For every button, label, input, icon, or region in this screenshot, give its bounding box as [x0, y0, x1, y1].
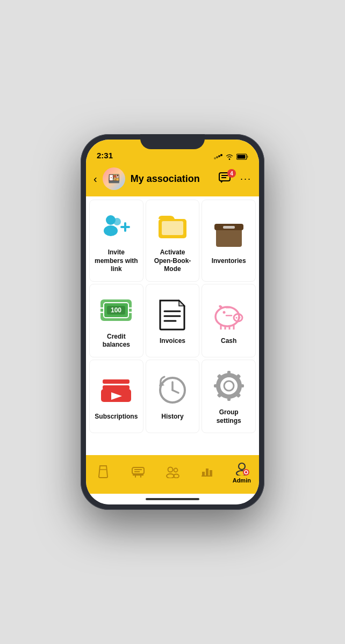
- open-book-icon: [156, 211, 189, 241]
- svg-point-34: [239, 317, 240, 318]
- phone-notch: [140, 134, 205, 149]
- more-button[interactable]: ···: [240, 173, 251, 185]
- nav-admin-label: Admin: [233, 477, 251, 484]
- nav-item-stats[interactable]: [190, 465, 224, 480]
- svg-point-0: [214, 157, 216, 159]
- signal-icon: [214, 154, 222, 159]
- history-icon: [157, 375, 188, 406]
- wifi-icon: [225, 153, 234, 160]
- main-content: Invite members with link: [86, 196, 259, 455]
- svg-point-31: [215, 307, 239, 326]
- svg-rect-17: [216, 228, 242, 247]
- grid-item-credit-balances[interactable]: 100 Credit balances: [89, 284, 143, 357]
- bottom-nav: Admin: [86, 455, 259, 494]
- nav-item-food[interactable]: [120, 465, 155, 480]
- credit-balances-icon-area: 100: [99, 293, 133, 327]
- svg-rect-51: [227, 371, 231, 376]
- group-settings-icon-area: [212, 369, 246, 403]
- food-icon: [131, 465, 145, 478]
- grid-item-invite-members[interactable]: Invite members with link: [89, 200, 143, 282]
- svg-point-68: [167, 474, 174, 478]
- battery-icon: [236, 153, 248, 160]
- nav-item-drinks[interactable]: [86, 465, 120, 480]
- svg-rect-53: [214, 384, 219, 387]
- phone-frame: 2:31: [81, 134, 264, 510]
- svg-point-67: [168, 467, 173, 472]
- drinks-icon: [97, 465, 110, 479]
- grid-item-history[interactable]: History: [146, 360, 200, 433]
- history-icon-area: [155, 373, 190, 407]
- svg-point-69: [174, 468, 178, 472]
- invoices-icon-area: [155, 297, 190, 332]
- svg-rect-52: [227, 396, 231, 401]
- header-actions: 4 ···: [219, 172, 251, 185]
- home-bar: [146, 498, 199, 500]
- admin-icon-wrapper: [234, 462, 249, 475]
- svg-text:100: 100: [111, 306, 121, 314]
- grid-item-invoices[interactable]: Invoices: [146, 284, 200, 357]
- grid-item-inventories[interactable]: Inventories: [202, 200, 256, 282]
- invoices-label: Invoices: [160, 337, 185, 346]
- grid-item-cash[interactable]: Cash: [202, 284, 256, 357]
- svg-line-48: [172, 390, 178, 393]
- invite-members-icon: [100, 213, 132, 239]
- cash-icon-area: [212, 297, 246, 332]
- cash-label: Cash: [221, 337, 236, 346]
- svg-point-35: [222, 311, 225, 313]
- subscriptions-label: Subscriptions: [95, 413, 138, 421]
- svg-rect-72: [202, 472, 205, 476]
- page-title: My association: [131, 173, 213, 185]
- svg-point-1: [216, 156, 218, 158]
- cash-icon: [212, 299, 246, 330]
- inventories-label: Inventories: [212, 257, 246, 266]
- back-button[interactable]: ‹: [94, 173, 97, 185]
- avatar-image: 🍱: [103, 167, 125, 190]
- feature-grid: Invite members with link: [89, 200, 256, 433]
- chat-badge: 4: [227, 169, 236, 178]
- nav-item-members[interactable]: [155, 465, 190, 480]
- svg-rect-42: [103, 379, 130, 384]
- grid-item-group-settings[interactable]: Group settings: [202, 360, 256, 433]
- svg-point-3: [220, 154, 222, 156]
- svg-rect-6: [247, 156, 248, 158]
- stats-icon: [200, 465, 214, 478]
- grid-item-subscriptions[interactable]: Subscriptions: [89, 360, 143, 433]
- admin-badge-icon: [244, 470, 248, 474]
- admin-badge: [243, 469, 249, 475]
- invoices-icon: [157, 298, 187, 331]
- inventories-icon: [213, 219, 245, 249]
- inventories-icon-area: [212, 217, 246, 252]
- svg-rect-54: [239, 384, 244, 387]
- svg-point-77: [245, 471, 248, 474]
- phone-screen: 2:31: [86, 140, 259, 504]
- chat-button[interactable]: 4: [219, 172, 233, 185]
- svg-point-12: [113, 218, 121, 225]
- svg-rect-5: [238, 155, 246, 159]
- invite-members-icon-area: [99, 209, 133, 243]
- home-indicator: [86, 494, 259, 504]
- group-settings-icon: [213, 370, 245, 402]
- svg-rect-16: [162, 221, 183, 235]
- svg-rect-43: [103, 385, 130, 390]
- svg-point-75: [239, 463, 245, 470]
- svg-rect-19: [223, 226, 235, 229]
- svg-rect-62: [132, 467, 144, 474]
- members-icon: [165, 465, 180, 478]
- history-label: History: [161, 413, 183, 421]
- open-book-label: Activate Open-Book-Mode: [150, 248, 195, 274]
- group-settings-label: Group settings: [206, 408, 251, 425]
- credit-balances-label: Credit balances: [94, 333, 139, 349]
- status-time: 2:31: [97, 151, 113, 160]
- svg-rect-73: [206, 469, 209, 476]
- status-icons: [214, 153, 248, 160]
- svg-point-11: [104, 225, 118, 236]
- grid-item-open-book[interactable]: Activate Open-Book-Mode: [146, 200, 200, 282]
- svg-point-2: [218, 155, 220, 157]
- avatar: 🍱: [103, 167, 125, 190]
- credit-balances-icon: 100: [99, 296, 133, 324]
- open-book-icon-area: [155, 209, 190, 243]
- invite-members-label: Invite members with link: [94, 248, 139, 274]
- svg-rect-74: [210, 470, 212, 476]
- nav-item-admin[interactable]: Admin: [225, 462, 259, 484]
- subscriptions-icon-area: [99, 373, 133, 407]
